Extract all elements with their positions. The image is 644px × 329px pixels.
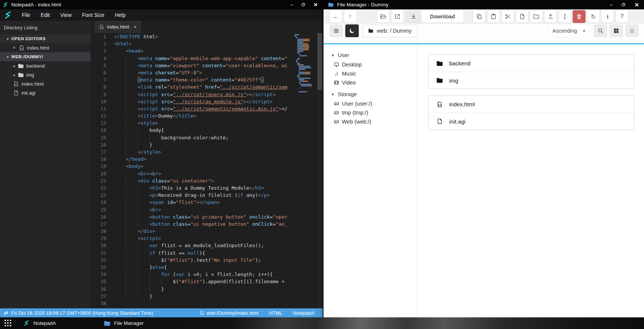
info-button[interactable]: i bbox=[601, 10, 614, 23]
code-line[interactable]: 26 <button class="ui primary button" onc… bbox=[90, 213, 294, 220]
file-row-img[interactable]: img bbox=[429, 72, 634, 89]
sidebar-item-web[interactable]: Web (web:/) bbox=[324, 117, 417, 126]
statusbar-language[interactable]: HTML bbox=[269, 310, 282, 316]
code-line[interactable]: 9 <script src="../script/jquery.min.js">… bbox=[90, 91, 294, 98]
minimize-button[interactable]: − bbox=[290, 2, 293, 8]
sidebar-section-storage[interactable]: ▾Storage bbox=[324, 89, 417, 99]
code-line[interactable]: 31 if (flist == null){ bbox=[90, 249, 294, 257]
code-line[interactable]: 8 <link rel="stylesheet" href="../script… bbox=[90, 83, 294, 91]
open-button[interactable] bbox=[377, 10, 390, 23]
taskbar-item-file-manager[interactable]: File Manager bbox=[98, 317, 150, 329]
up-button[interactable]: ↑ bbox=[344, 10, 357, 23]
tab-close-icon[interactable]: × bbox=[134, 24, 137, 30]
code-line[interactable]: 22 <h3>This is a Dummy Testing Module</h… bbox=[90, 184, 294, 192]
tree-item-img[interactable]: ▸ img bbox=[0, 70, 90, 79]
app-launcher-button[interactable] bbox=[5, 320, 12, 327]
tree-item-index-html[interactable]: index.html bbox=[0, 79, 90, 88]
sidebar-item-music[interactable]: ♫Music bbox=[324, 69, 417, 78]
list-view-button[interactable] bbox=[625, 24, 639, 37]
delete-button[interactable] bbox=[573, 10, 585, 23]
code-line[interactable]: 13 <style> bbox=[90, 119, 294, 127]
minimize-button[interactable]: − bbox=[609, 2, 612, 8]
code-line[interactable]: 37 } bbox=[90, 293, 294, 300]
code-line[interactable]: 25 <br> bbox=[90, 206, 294, 213]
minimap[interactable] bbox=[295, 34, 316, 93]
scrollbar-thumb[interactable] bbox=[317, 33, 322, 90]
file-row-backend[interactable]: backend bbox=[429, 55, 634, 72]
code-line[interactable]: 38 bbox=[90, 300, 294, 307]
download-button[interactable]: Download bbox=[405, 10, 464, 23]
menu-view[interactable]: View bbox=[55, 9, 77, 21]
sidebar-item-desktop[interactable]: Desktop bbox=[324, 60, 417, 69]
code-line[interactable]: 20 <br><br> bbox=[90, 170, 294, 177]
close-button[interactable]: × bbox=[635, 2, 639, 8]
code-line[interactable]: 30 var flist = ao_module_loadInputFiles(… bbox=[90, 242, 294, 249]
code-line[interactable]: 24 <span id="flist"></span> bbox=[90, 199, 294, 206]
code-line[interactable]: 23 <p>Received drag-in filelist (if any)… bbox=[90, 192, 294, 199]
sidebar-item-tmp[interactable]: tmp (tmp:/) bbox=[324, 108, 417, 117]
sort-order-dropdown[interactable]: Ascending ▾ bbox=[548, 24, 590, 37]
code-line[interactable]: 4 <meta name="apple-mobile-web-app-capab… bbox=[90, 55, 294, 62]
upload-button[interactable] bbox=[544, 10, 557, 23]
close-icon[interactable]: × bbox=[13, 45, 19, 50]
help-button[interactable]: ? bbox=[615, 10, 628, 23]
sidebar-item-video[interactable]: Video bbox=[324, 78, 417, 87]
workspace-root[interactable]: ▾ WEB:/DUMMY/ bbox=[0, 52, 90, 61]
code-line[interactable]: 36 } bbox=[90, 285, 294, 293]
code-line[interactable]: 12 <title>Dummy</title> bbox=[90, 112, 294, 119]
code-line[interactable]: 16 } bbox=[90, 141, 294, 148]
code-line[interactable]: 28 </div> bbox=[90, 228, 294, 235]
code-line[interactable]: 29 <script> bbox=[90, 235, 294, 242]
theme-toggle-button[interactable] bbox=[345, 24, 359, 37]
code-line[interactable]: 7 <meta name="theme-color" content="#4b7… bbox=[90, 76, 294, 83]
editor-scrollbar[interactable] bbox=[317, 33, 323, 308]
menu-font-size[interactable]: Font Size bbox=[77, 9, 110, 21]
close-button[interactable]: × bbox=[314, 2, 317, 8]
back-button[interactable]: ← bbox=[330, 10, 342, 23]
code-line[interactable]: 6 <meta charset="UTF-8"> bbox=[90, 69, 294, 76]
menu-edit[interactable]: Edit bbox=[36, 9, 55, 21]
new-folder-button[interactable] bbox=[530, 10, 543, 23]
code-line[interactable]: 14 body{ bbox=[90, 127, 294, 134]
cut-button[interactable] bbox=[501, 10, 514, 23]
code-line[interactable]: 21 <div class="ui container"> bbox=[90, 177, 294, 184]
menu-file[interactable]: File bbox=[17, 9, 36, 21]
code-line[interactable]: 1<!DOCTYPE html> bbox=[90, 33, 294, 40]
file-row-index-html[interactable]: index.html bbox=[429, 96, 634, 113]
code-line[interactable]: 32 $("#flist").text("No input file"); bbox=[90, 257, 294, 264]
code-line[interactable]: 33 }else{ bbox=[90, 264, 294, 271]
code-line[interactable]: 2<html> bbox=[90, 40, 294, 47]
open-editors-section[interactable]: ▾ OPEN EDITORS bbox=[0, 34, 90, 43]
breadcrumb[interactable]: web: / Dummy bbox=[363, 25, 417, 37]
open-in-new-button[interactable] bbox=[391, 10, 404, 23]
code-line[interactable]: 10 <script src="../script/ao_module.js">… bbox=[90, 98, 294, 105]
refresh-button[interactable]: ↻ bbox=[587, 10, 600, 23]
sidebar-item-user[interactable]: User (user:/) bbox=[324, 99, 417, 108]
open-editor-item[interactable]: × index.html bbox=[0, 43, 90, 52]
grid-view-button[interactable] bbox=[609, 24, 623, 37]
code-line[interactable]: 34 for (var i =0; i < flist.length; i++)… bbox=[90, 271, 294, 278]
code-line[interactable]: 27 <button class="ui negative button" on… bbox=[90, 220, 294, 228]
code-line[interactable]: 5 <meta name="viewport" content="user-sc… bbox=[90, 62, 294, 69]
restore-button[interactable] bbox=[621, 3, 626, 7]
code-line[interactable]: 15 background-color:white; bbox=[90, 134, 294, 141]
taskbar-item-notepada[interactable]: NotepadA bbox=[17, 317, 62, 329]
code-lines[interactable]: 1<!DOCTYPE html>2<html>3 <head>4 <meta n… bbox=[90, 33, 294, 308]
rename-button[interactable] bbox=[558, 10, 571, 23]
search-button[interactable] bbox=[594, 24, 607, 37]
file-row-init-agi[interactable]: init.agi bbox=[429, 113, 634, 130]
paste-button[interactable] bbox=[487, 10, 500, 23]
code-editor[interactable]: 1<!DOCTYPE html>2<html>3 <head>4 <meta n… bbox=[90, 33, 323, 308]
code-line[interactable]: 3 <head> bbox=[90, 47, 294, 54]
new-file-button[interactable] bbox=[516, 10, 528, 23]
tab-index-html[interactable]: index.html × bbox=[95, 21, 141, 33]
tree-item-backend[interactable]: ▸ backend bbox=[0, 61, 90, 70]
code-line[interactable]: 17 </style> bbox=[90, 148, 294, 155]
code-line[interactable]: 11 <script src="../script/semantic/seman… bbox=[90, 105, 294, 112]
sidebar-section-user[interactable]: ▾User bbox=[324, 50, 417, 60]
copy-button[interactable] bbox=[473, 10, 486, 23]
tree-item-init-agi[interactable]: init.agi bbox=[0, 88, 90, 97]
restore-button[interactable] bbox=[301, 3, 305, 7]
code-line[interactable]: 35 $("#flist").append(flist[i].filename … bbox=[90, 278, 294, 285]
code-line[interactable]: 19 <body> bbox=[90, 163, 294, 170]
